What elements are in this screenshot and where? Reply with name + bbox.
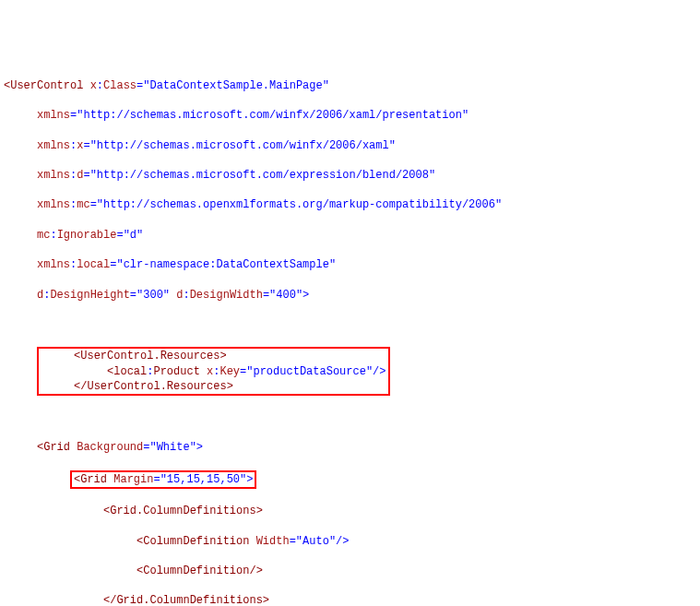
code-line: <Grid Margin="15,15,15,50">: [4, 470, 696, 489]
code-line: mc:Ignorable="d": [4, 228, 696, 243]
code-line: xmlns:x="http://schemas.microsoft.com/wi…: [4, 138, 696, 153]
resources-block-open: <UserControl.Resources> <local:Product x…: [4, 347, 696, 396]
code-line: <UserControl x:Class="DataContextSample.…: [4, 78, 696, 93]
code-line: xmlns:local="clr-namespace:DataContextSa…: [4, 257, 696, 272]
code-line: xmlns="http://schemas.microsoft.com/winf…: [4, 108, 696, 123]
code-line: <ColumnDefinition/>: [4, 564, 696, 578]
highlight-box-resources: <UserControl.Resources> <local:Product x…: [37, 347, 389, 396]
code-line: <Grid Background="White">: [4, 440, 696, 455]
code-block: <UserControl x:Class="DataContextSample.…: [4, 64, 696, 606]
highlight-box-grid-margin: <Grid Margin="15,15,15,50">: [70, 470, 256, 489]
code-line: <ColumnDefinition Width="Auto"/>: [4, 534, 696, 549]
code-line: xmlns:mc="http://schemas.openxmlformats.…: [4, 197, 696, 212]
code-line: xmlns:d="http://schemas.microsoft.com/ex…: [4, 168, 696, 183]
code-line: <Grid.ColumnDefinitions>: [4, 504, 696, 518]
code-line: d:DesignHeight="300" d:DesignWidth="400"…: [4, 288, 696, 303]
code-line: </Grid.ColumnDefinitions>: [4, 593, 696, 606]
